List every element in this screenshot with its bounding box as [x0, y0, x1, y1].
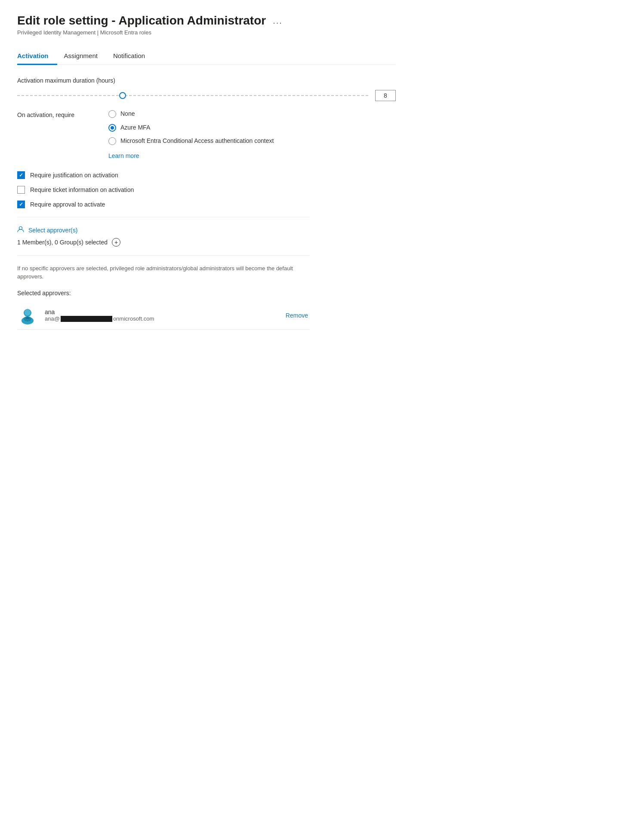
checkbox-label-justification: Require justification on activation	[30, 172, 118, 179]
email-prefix: ana@	[45, 315, 60, 322]
checkbox-box-justification	[17, 171, 25, 179]
checkbox-box-ticket	[17, 186, 25, 194]
slider-container[interactable]	[17, 90, 368, 101]
checkbox-require-justification[interactable]: Require justification on activation	[17, 171, 396, 179]
tab-activation[interactable]: Activation	[17, 48, 57, 65]
approver-card: ana ana@ onmicrosoft.com Remove	[17, 302, 310, 330]
remove-approver-button[interactable]: Remove	[284, 310, 310, 321]
checkbox-label-approval: Require approval to activate	[30, 201, 105, 208]
page-header: Edit role setting - Application Administ…	[17, 14, 396, 36]
tab-assignment[interactable]: Assignment	[57, 48, 106, 65]
radio-options: None Azure MFA Microsoft Entra Condition…	[108, 110, 274, 159]
on-activation-label: On activation, require	[17, 110, 95, 118]
checkbox-require-ticket[interactable]: Require ticket information on activation	[17, 186, 396, 194]
slider-value[interactable]: 8	[375, 90, 396, 101]
slider-thumb[interactable]	[119, 92, 126, 99]
approver-email: ana@ onmicrosoft.com	[45, 315, 277, 322]
approver-count-row: 1 Member(s), 0 Group(s) selected +	[17, 238, 396, 247]
tab-bar: Activation Assignment Notification	[17, 48, 396, 65]
radio-option-azure-mfa[interactable]: Azure MFA	[108, 124, 274, 132]
radio-option-conditional-access[interactable]: Microsoft Entra Conditional Access authe…	[108, 137, 274, 145]
title-text: Edit role setting - Application Administ…	[17, 14, 266, 28]
radio-circle-azure-mfa	[108, 124, 116, 132]
radio-group: On activation, require None Azure MFA Mi…	[17, 110, 396, 159]
add-approver-button[interactable]: +	[112, 238, 120, 247]
approver-count-text: 1 Member(s), 0 Group(s) selected	[17, 239, 108, 246]
ellipsis-button[interactable]: ...	[271, 14, 284, 28]
email-redacted	[61, 316, 112, 322]
select-approvers-label: Select approver(s)	[28, 227, 77, 234]
radio-circle-none	[108, 110, 116, 118]
approver-info-text: If no specific approvers are selected, p…	[17, 264, 310, 281]
selected-approvers-heading: Selected approvers:	[17, 290, 396, 297]
radio-label-none: None	[120, 110, 135, 118]
checkbox-section: Require justification on activation Requ…	[17, 171, 396, 208]
checkbox-box-approval	[17, 201, 25, 208]
radio-circle-conditional-access	[108, 137, 116, 145]
tab-notification[interactable]: Notification	[106, 48, 154, 65]
slider-row: 8	[17, 90, 396, 101]
svg-point-5	[25, 309, 31, 315]
breadcrumb: Privileged Identity Management | Microso…	[17, 29, 396, 36]
activation-section: Activation maximum duration (hours) 8 On…	[17, 77, 396, 330]
slider-track	[17, 95, 368, 96]
select-approvers-button[interactable]: Select approver(s)	[17, 226, 396, 235]
learn-more-link[interactable]: Learn more	[108, 152, 274, 159]
radio-label-azure-mfa: Azure MFA	[120, 124, 150, 132]
checkbox-require-approval[interactable]: Require approval to activate	[17, 201, 396, 208]
email-suffix: onmicrosoft.com	[113, 315, 154, 322]
checkbox-label-ticket: Require ticket information on activation	[30, 186, 134, 193]
radio-option-none[interactable]: None	[108, 110, 274, 118]
approver-info: ana ana@ onmicrosoft.com	[45, 309, 277, 322]
divider-bottom	[17, 255, 310, 256]
duration-label: Activation maximum duration (hours)	[17, 77, 396, 84]
radio-label-conditional-access: Microsoft Entra Conditional Access authe…	[120, 137, 274, 145]
approver-person-icon	[17, 226, 24, 235]
approver-name: ana	[45, 309, 277, 315]
page-title: Edit role setting - Application Administ…	[17, 14, 396, 28]
divider-top	[17, 217, 310, 217]
approver-avatar	[17, 305, 38, 326]
